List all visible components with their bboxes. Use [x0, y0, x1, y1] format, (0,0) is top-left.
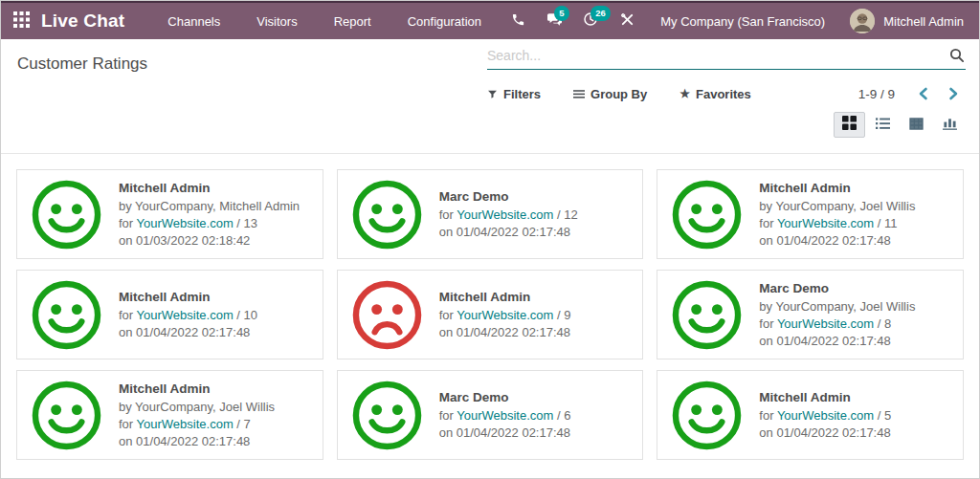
phone-icon [511, 12, 525, 31]
favorites-button[interactable]: ★ Favorites [679, 87, 751, 101]
rated-person-name: Mitchell Admin [119, 381, 275, 398]
company-switcher[interactable]: My Company (San Francisco) [660, 14, 825, 29]
phone-button[interactable] [501, 2, 534, 40]
filter-funnel-icon [487, 89, 498, 99]
for-suffix: / 5 [878, 408, 891, 423]
filters-button[interactable]: Filters [487, 87, 541, 101]
rated-for-line: for YourWebsite.com / 5 [759, 407, 891, 425]
control-panel-right: Filters Group By ★ Favorites 1-9 / 9 [487, 47, 966, 138]
website-link[interactable]: YourWebsite.com [777, 216, 874, 230]
rating-date-line: on 01/04/2022 02:17:48 [439, 324, 571, 341]
rated-for-line: for YourWebsite.com / 7 [119, 416, 275, 433]
rated-person-name: Mitchell Admin [759, 389, 891, 406]
for-prefix: for [439, 207, 454, 222]
tools-button[interactable] [611, 2, 643, 40]
activities-count-badge: 26 [590, 6, 611, 21]
for-suffix: / 7 [236, 417, 250, 431]
rated-person-name: Marc Demo [439, 389, 571, 406]
rating-date-line: on 01/03/2022 02:18:42 [119, 232, 300, 250]
control-panel: Customer Ratings Filters [1, 39, 979, 154]
search-input[interactable] [487, 48, 948, 63]
website-link[interactable]: YourWebsite.com [137, 417, 234, 431]
rating-card-text: Mitchell Admin for YourWebsite.com / 5 o… [759, 389, 891, 442]
rating-card[interactable]: Mitchell Admin for YourWebsite.com / 9 o… [337, 270, 644, 359]
pivot-table-icon [909, 117, 924, 134]
pager-previous-button[interactable] [910, 83, 935, 104]
app-window: Live Chat Channels Visitors Report Confi… [0, 0, 980, 479]
user-name: Mitchell Admin [883, 14, 964, 29]
avatar [850, 9, 875, 33]
for-suffix: / 6 [557, 408, 570, 423]
website-link[interactable]: YourWebsite.com [777, 316, 874, 331]
for-suffix: / 8 [878, 316, 891, 331]
rated-person-name: Marc Demo [439, 188, 578, 206]
messages-count-badge: 5 [554, 6, 568, 21]
menu-configuration[interactable]: Configuration [390, 3, 500, 39]
website-link[interactable]: YourWebsite.com [457, 207, 553, 222]
list-view-icon [876, 117, 890, 134]
rating-date-line: on 01/04/2022 02:17:48 [759, 232, 915, 250]
happy-smiley-icon [31, 380, 102, 451]
for-prefix: for [759, 316, 773, 331]
search-icon[interactable] [948, 47, 966, 64]
wrench-icon [620, 12, 635, 31]
apps-menu-button[interactable] [1, 3, 41, 39]
menu-channels[interactable]: Channels [149, 3, 238, 39]
group-by-button[interactable]: Group By [573, 87, 647, 101]
for-suffix: / 13 [236, 216, 257, 230]
rating-card[interactable]: Marc Demo for YourWebsite.com / 6 on 01/… [337, 370, 644, 460]
filters-label: Filters [503, 87, 541, 101]
rated-for-line: for YourWebsite.com / 8 [759, 316, 915, 333]
messages-button[interactable]: 5 [538, 2, 570, 40]
rated-for-line: for YourWebsite.com / 9 [439, 307, 571, 324]
rated-for-line: for YourWebsite.com / 11 [759, 215, 915, 232]
search-bar [487, 47, 966, 70]
for-prefix: for [439, 308, 454, 322]
rating-card[interactable]: Mitchell Admin for YourWebsite.com / 5 o… [657, 370, 964, 460]
page-title: Customer Ratings [17, 54, 147, 74]
rating-card[interactable]: Mitchell Admin by YourCompany, Joel Will… [657, 169, 964, 259]
for-prefix: for [119, 417, 133, 431]
for-suffix: / 10 [236, 308, 257, 322]
rating-card[interactable]: Mitchell Admin by YourCompany, Joel Will… [16, 370, 323, 460]
for-prefix: for [119, 216, 133, 230]
website-link[interactable]: YourWebsite.com [137, 216, 234, 230]
pager: 1-9 / 9 [858, 83, 966, 104]
activities-button[interactable]: 26 [574, 2, 607, 40]
pager-next-button[interactable] [941, 83, 966, 104]
navbar-systray: 5 26 My Company (Sa [501, 2, 968, 40]
website-link[interactable]: YourWebsite.com [457, 408, 553, 423]
user-menu[interactable]: Mitchell Admin [850, 9, 968, 33]
group-by-label: Group By [590, 87, 647, 101]
menu-visitors[interactable]: Visitors [238, 3, 315, 39]
rating-card-text: Marc Demo by YourCompany, Joel Willis fo… [759, 280, 915, 350]
apps-grid-icon [13, 11, 30, 32]
happy-smiley-icon [671, 380, 743, 451]
view-pivot-button[interactable] [901, 112, 932, 138]
rating-card[interactable]: Mitchell Admin by YourCompany, Mitchell … [16, 169, 323, 259]
for-suffix: / 9 [557, 308, 570, 322]
menu-report[interactable]: Report [316, 3, 390, 39]
main-menu: Channels Visitors Report Configuration [149, 3, 500, 39]
website-link[interactable]: YourWebsite.com [137, 308, 234, 322]
view-kanban-button[interactable] [834, 112, 865, 138]
happy-smiley-icon [31, 179, 102, 250]
rated-for-line: for YourWebsite.com / 13 [119, 215, 300, 232]
app-title: Live Chat [41, 11, 124, 32]
view-graph-button[interactable] [934, 112, 966, 138]
view-list-button[interactable] [867, 112, 899, 138]
rating-card[interactable]: Marc Demo for YourWebsite.com / 12 on 01… [337, 169, 644, 259]
rated-by-line: by YourCompany, Joel Willis [759, 198, 915, 215]
website-link[interactable]: YourWebsite.com [777, 408, 874, 423]
rating-date-line: on 01/04/2022 02:17:48 [119, 324, 257, 341]
rating-card[interactable]: Mitchell Admin for YourWebsite.com / 10 … [16, 270, 323, 359]
website-link[interactable]: YourWebsite.com [457, 308, 553, 322]
rated-person-name: Mitchell Admin [119, 180, 300, 197]
rated-for-line: for YourWebsite.com / 10 [119, 307, 257, 324]
bar-chart-icon [943, 117, 957, 134]
rating-date-line: on 01/04/2022 02:17:48 [439, 224, 578, 241]
rated-person-name: Mitchell Admin [439, 289, 571, 306]
rating-card[interactable]: Marc Demo by YourCompany, Joel Willis fo… [657, 270, 964, 359]
rating-card-text: Marc Demo for YourWebsite.com / 6 on 01/… [439, 389, 571, 442]
star-icon: ★ [679, 87, 690, 100]
